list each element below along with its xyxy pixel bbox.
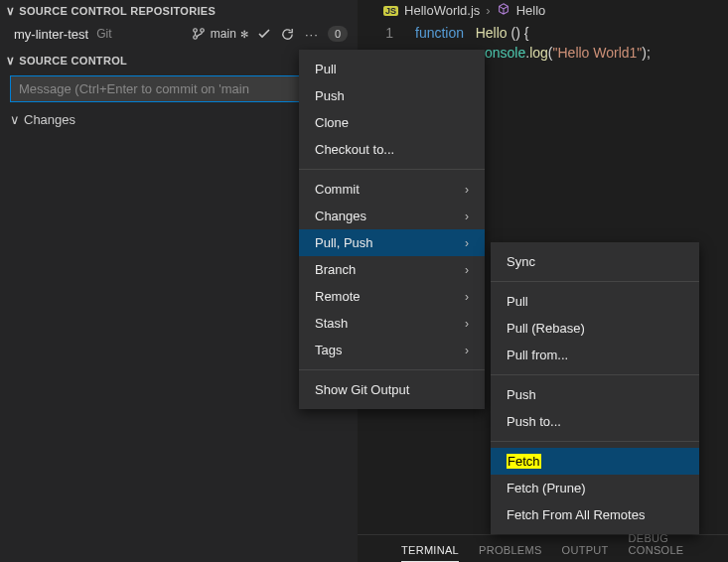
menu-separator	[299, 369, 485, 370]
more-actions-icon[interactable]: ···	[304, 26, 320, 42]
scm-header-label: SOURCE CONTROL	[19, 55, 127, 67]
menu-item-sync[interactable]: Sync	[491, 248, 699, 275]
menu-item-stash[interactable]: Stash›	[299, 310, 485, 337]
tab-output[interactable]: OUTPUT	[562, 544, 609, 562]
chevron-right-icon: ›	[465, 290, 469, 304]
js-file-icon: JS	[383, 6, 398, 16]
menu-item-remote[interactable]: Remote›	[299, 283, 485, 310]
menu-separator	[299, 169, 485, 170]
breadcrumb-symbol[interactable]: Hello	[516, 3, 546, 18]
source-control-repos-header[interactable]: ∨ SOURCE CONTROL REPOSITORIES	[0, 0, 358, 22]
chevron-right-icon: ›	[465, 210, 469, 223]
breadcrumb[interactable]: JS HelloWorld.js › Hello	[358, 0, 728, 21]
repo-name: my-linter-test	[14, 27, 88, 42]
menu-item-push[interactable]: Push	[491, 381, 699, 408]
breadcrumb-file[interactable]: HelloWorld.js	[404, 3, 480, 18]
menu-item-pull-rebase[interactable]: Pull (Rebase)	[491, 315, 699, 342]
menu-item-pull[interactable]: Pull	[299, 56, 485, 82]
menu-item-push[interactable]: Push	[299, 82, 485, 109]
branch-indicator[interactable]: main ✻	[191, 26, 248, 42]
menu-item-clone[interactable]: Clone	[299, 109, 485, 136]
commit-message-input[interactable]: Message (Ctrl+Enter to commit on 'main	[10, 75, 348, 102]
refresh-icon[interactable]	[280, 26, 296, 42]
chevron-down-icon: ∨	[6, 4, 15, 18]
repo-row[interactable]: my-linter-test Git main ✻ ··· 0	[0, 22, 358, 50]
svg-point-0	[194, 29, 198, 33]
branch-name: main	[211, 27, 236, 41]
chevron-right-icon: ›	[465, 183, 469, 197]
menu-separator	[491, 441, 699, 442]
code-line: 1 function Hello () {	[358, 23, 728, 43]
chevron-right-icon: ›	[465, 344, 469, 357]
line-number: 1	[358, 23, 415, 43]
tab-terminal[interactable]: TERMINAL	[401, 544, 459, 562]
branch-icon	[191, 26, 207, 42]
chevron-right-icon: ›	[465, 317, 469, 331]
menu-item-changes[interactable]: Changes›	[299, 203, 485, 229]
menu-item-checkout[interactable]: Checkout to...	[299, 136, 485, 163]
repo-type: Git	[96, 27, 111, 41]
symbol-method-icon	[497, 2, 510, 19]
menu-item-branch[interactable]: Branch›	[299, 256, 485, 283]
chevron-right-icon: ›	[465, 263, 469, 277]
repos-header-label: SOURCE CONTROL REPOSITORIES	[19, 5, 216, 17]
sync-star-icon: ✻	[240, 29, 248, 40]
menu-item-pull-from[interactable]: Pull from...	[491, 342, 699, 368]
changes-label: Changes	[24, 112, 75, 127]
pull-push-submenu: Sync Pull Pull (Rebase) Pull from... Pus…	[491, 242, 699, 534]
menu-separator	[491, 281, 699, 282]
tab-problems[interactable]: PROBLEMS	[479, 544, 542, 562]
menu-item-push-to[interactable]: Push to...	[491, 408, 699, 435]
menu-item-fetch[interactable]: Fetch	[491, 448, 699, 475]
bottom-panel-tabs: TERMINAL PROBLEMS OUTPUT DEBUG CONSOLE	[358, 534, 728, 562]
menu-item-pull[interactable]: Pull	[491, 288, 699, 315]
tab-debug-console[interactable]: DEBUG CONSOLE	[629, 532, 716, 562]
chevron-down-icon: ∨	[6, 54, 15, 68]
chevron-right-icon: ›	[465, 236, 469, 250]
menu-item-commit[interactable]: Commit›	[299, 176, 485, 203]
menu-item-fetch-all[interactable]: Fetch From All Remotes	[491, 501, 699, 528]
menu-separator	[491, 374, 699, 375]
changes-count-badge: 0	[328, 26, 348, 42]
menu-item-show-git-output[interactable]: Show Git Output	[299, 376, 485, 403]
commit-check-icon[interactable]	[256, 26, 272, 42]
chevron-down-icon: ∨	[10, 112, 20, 127]
scm-context-menu: Pull Push Clone Checkout to... Commit› C…	[299, 50, 485, 409]
breadcrumb-separator-icon: ›	[486, 3, 490, 18]
menu-item-tags[interactable]: Tags›	[299, 337, 485, 363]
svg-point-2	[201, 29, 205, 33]
menu-item-fetch-prune[interactable]: Fetch (Prune)	[491, 475, 699, 501]
menu-item-pull-push[interactable]: Pull, Push›	[299, 229, 485, 256]
